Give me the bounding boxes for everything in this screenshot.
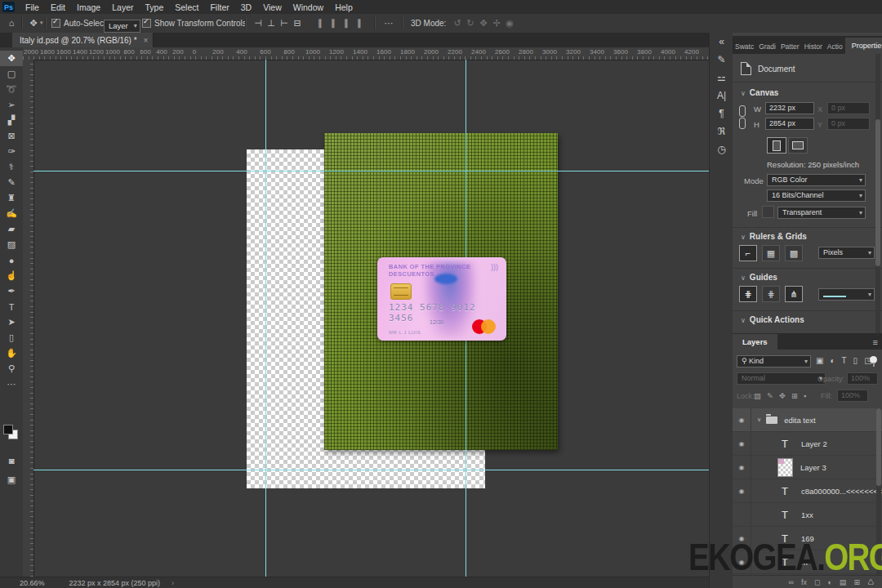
new-layer-icon[interactable]: ⊞: [853, 578, 860, 586]
filter-pixel-icon[interactable]: ▣: [816, 356, 823, 365]
smudge-tool[interactable]: ☝: [0, 268, 23, 283]
history-brush-tool[interactable]: ✍: [0, 206, 23, 221]
menu-item[interactable]: Filter: [204, 1, 234, 14]
filter-shape-icon[interactable]: ▯: [853, 356, 858, 365]
rulers-grids-section-header[interactable]: ∨Rulers & Grids: [741, 232, 807, 241]
brush-tool[interactable]: ✎: [0, 175, 23, 190]
brush-settings-icon[interactable]: ✎: [710, 51, 733, 69]
rulers-toggle-icon[interactable]: ⌐: [739, 245, 757, 261]
visibility-toggle[interactable]: [733, 503, 751, 526]
align-right-icon[interactable]: ⊢: [278, 18, 291, 29]
tab-properties[interactable]: Properties: [845, 38, 882, 54]
group-disclosure-icon[interactable]: ∨: [757, 416, 761, 423]
lasso-tool[interactable]: ➰: [0, 82, 23, 97]
height-field[interactable]: 2854 px: [765, 118, 814, 130]
object-selection-tool[interactable]: ➢: [0, 97, 23, 113]
shape-tool[interactable]: ▯: [0, 330, 23, 345]
new-group-icon[interactable]: ▤: [840, 578, 847, 586]
credit-card-layer[interactable]: BANK OF THE PROVINCE DESCUENTOS ))) 1234…: [377, 257, 506, 341]
snap-toggle-icon[interactable]: ▩: [785, 245, 803, 261]
blur-tool[interactable]: ●: [0, 252, 23, 268]
layer-name[interactable]: Layer 2: [801, 439, 827, 448]
path-selection-tool[interactable]: ➤: [0, 314, 23, 330]
eyedropper-tool[interactable]: ✑: [0, 144, 23, 159]
landscape-orientation-button[interactable]: [788, 137, 808, 154]
guides-section-header[interactable]: ∨Guides: [741, 273, 777, 282]
zoom-tool[interactable]: ⚲: [0, 361, 23, 376]
visibility-toggle[interactable]: [733, 432, 751, 455]
visibility-toggle[interactable]: [733, 456, 751, 479]
layer-mask-icon[interactable]: ◻: [814, 578, 820, 586]
home-icon[interactable]: ⌂: [5, 18, 18, 28]
pen-tool[interactable]: ✒: [0, 283, 23, 299]
grid-toggle-icon[interactable]: ▦: [762, 245, 780, 261]
character-panel-icon[interactable]: A|: [710, 87, 733, 105]
lock-artboard-icon[interactable]: ⊞: [791, 391, 798, 400]
filter-type-icon[interactable]: T: [842, 356, 847, 365]
quick-mask-button[interactable]: ◙: [0, 452, 23, 468]
marquee-tool[interactable]: ▢: [0, 66, 23, 82]
vertical-guide-1[interactable]: [265, 60, 266, 577]
guides-lock-icon[interactable]: ⋕: [762, 286, 780, 302]
tool-presets-icon[interactable]: ⚍: [710, 69, 733, 87]
foreground-color-swatch[interactable]: [3, 425, 13, 434]
layer-effects-icon[interactable]: fx: [801, 578, 807, 586]
move-tool[interactable]: ✥: [0, 51, 23, 66]
layers-menu-icon[interactable]: ≡: [873, 337, 882, 350]
bit-depth-dropdown[interactable]: 16 Bits/Channel: [767, 189, 866, 202]
auto-select-checkbox[interactable]: [51, 19, 60, 28]
guides-toggle-icon[interactable]: ⋕: [739, 286, 757, 302]
menu-item[interactable]: Edit: [45, 1, 71, 14]
menu-item[interactable]: 3D: [235, 1, 257, 14]
layer-name[interactable]: c8a000000...<<<<<<<<0 d: [801, 487, 882, 496]
layer-row[interactable]: ∨ edita text: [733, 408, 882, 432]
panel-tab[interactable]: Patter: [778, 39, 802, 54]
layer-name[interactable]: 1xx: [801, 510, 813, 519]
layer-row[interactable]: ∨ c8a000000...<<<<<<<<0 d: [733, 479, 882, 503]
menu-item[interactable]: Image: [71, 1, 106, 14]
menu-item[interactable]: File: [20, 1, 45, 14]
layer-row[interactable]: ∨ Layer 3: [733, 456, 882, 479]
horizontal-guide-1[interactable]: [33, 171, 709, 172]
clone-source-icon[interactable]: ◷: [710, 140, 733, 158]
healing-brush-tool[interactable]: ⚕: [0, 159, 23, 175]
chevron-down-icon[interactable]: ▾: [40, 20, 43, 26]
paragraph-panel-icon[interactable]: ¶: [710, 105, 733, 122]
hand-tool[interactable]: ✋: [0, 345, 23, 361]
left-ruler[interactable]: [23, 60, 34, 577]
link-dimensions-icon[interactable]: [739, 105, 746, 129]
gradient-tool[interactable]: ▨: [0, 237, 23, 252]
crop-tool[interactable]: ▞: [0, 113, 23, 128]
quick-actions-section-header[interactable]: ∨Quick Actions: [741, 315, 804, 324]
menu-item[interactable]: View: [257, 1, 287, 14]
frame-tool[interactable]: ⊠: [0, 128, 23, 144]
align-left-icon[interactable]: ⊣: [252, 18, 265, 29]
auto-select-target-dropdown[interactable]: Layer: [104, 20, 140, 33]
guide-style-dropdown[interactable]: [818, 288, 875, 301]
screen-mode-button[interactable]: ▣: [0, 472, 23, 488]
layer-filter-dropdown[interactable]: ⚲ Kind: [737, 355, 811, 368]
filter-adjustment-icon[interactable]: ◐: [830, 356, 835, 365]
lock-paint-icon[interactable]: ✎: [767, 391, 773, 400]
top-ruler[interactable]: 2000180016001400120010008006004002000200…: [23, 47, 709, 60]
distribute-top-icon[interactable]: ∥: [314, 18, 327, 29]
move-tool-icon[interactable]: ✥: [27, 18, 40, 29]
zoom-level[interactable]: 20.66%: [20, 579, 45, 587]
layer-row[interactable]: ∨ 1xx: [733, 503, 882, 527]
menu-item[interactable]: Type: [139, 1, 169, 14]
panel-tab[interactable]: Actio: [825, 39, 845, 54]
align-center-v-icon[interactable]: ⊟: [291, 18, 304, 29]
layer-name[interactable]: edita text: [784, 416, 816, 425]
distribute-left-icon[interactable]: ∥: [353, 18, 366, 29]
align-center-h-icon[interactable]: ⊥: [265, 18, 278, 29]
visibility-toggle[interactable]: [733, 479, 751, 502]
canvas-fill-dropdown[interactable]: Transparent: [777, 207, 866, 219]
horizontal-guide-2[interactable]: [33, 470, 709, 470]
panel-tab[interactable]: Swatc: [733, 39, 756, 54]
layer-row[interactable]: ∨ Layer 2: [733, 432, 882, 456]
panel-tab[interactable]: Gradi: [756, 39, 778, 54]
visibility-toggle[interactable]: [733, 408, 751, 431]
properties-scrollbar[interactable]: [875, 54, 880, 333]
lock-all-icon[interactable]: ▪: [804, 391, 806, 400]
color-swatches[interactable]: [3, 425, 20, 441]
